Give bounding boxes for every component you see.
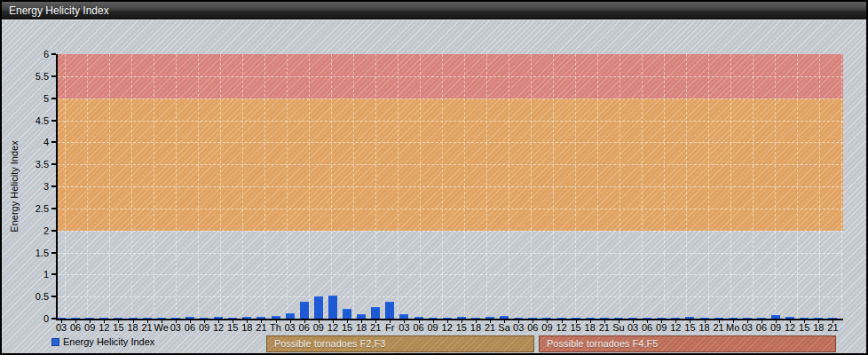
y-tick-label: 0 — [2, 313, 49, 324]
x-axis-line — [56, 319, 843, 320]
bar — [385, 302, 394, 319]
y-axis-line — [56, 54, 58, 320]
y-tick-label: 2 — [2, 225, 49, 236]
y-tick-label: 0.5 — [2, 291, 49, 302]
y-tick-label: 5.5 — [2, 71, 49, 82]
bar — [300, 302, 309, 319]
y-tick-label: 3 — [2, 181, 49, 192]
bar — [314, 296, 323, 319]
legend: Energy Helicity Index — [51, 336, 154, 347]
y-tick-label: 1 — [2, 269, 49, 280]
y-tick-label: 4 — [2, 137, 49, 147]
y-tick-label: 6 — [2, 49, 49, 59]
window-titlebar: Energy Helicity Index — [2, 2, 866, 20]
x-tick-label: 21 — [823, 322, 842, 333]
plot-area — [56, 54, 843, 320]
badge-f2f3: Possible tornadoes F2,F3 — [266, 335, 534, 352]
y-tick-label: 3.5 — [2, 159, 49, 170]
chart-canvas: Energy Helicity Index 00.511.522.533.544… — [2, 20, 866, 353]
badge-f4f5-label: Possible tornadoes F4,F5 — [547, 338, 658, 349]
badge-f2f3-label: Possible tornadoes F2,F3 — [274, 338, 385, 349]
legend-marker-icon — [51, 338, 59, 346]
bar — [343, 309, 351, 319]
y-tick-label: 5 — [2, 93, 49, 104]
bar — [328, 296, 337, 319]
badge-f4f5: Possible tornadoes F4,F5 — [539, 335, 836, 352]
chart-window: Energy Helicity Index Energy Helicity In… — [0, 0, 868, 355]
y-tick-label: 4.5 — [2, 115, 49, 126]
window-title: Energy Helicity Index — [9, 4, 109, 17]
y-tick-label: 2.5 — [2, 203, 49, 214]
bar — [371, 307, 380, 319]
y-tick-label: 1.5 — [2, 248, 49, 258]
legend-label: Energy Helicity Index — [63, 336, 154, 347]
